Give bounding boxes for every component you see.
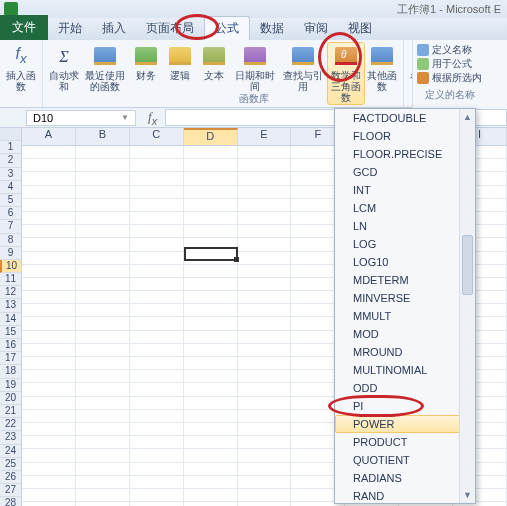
row-header-11[interactable]: 11 [0,273,21,286]
function-item-floor-precise[interactable]: FLOOR.PRECISE [335,145,475,163]
function-item-floor[interactable]: FLOOR [335,127,475,145]
function-item-rand[interactable]: RAND [335,487,475,504]
col-header-B[interactable]: B [76,128,130,145]
names-group-label: 定义的名称 [417,88,482,102]
function-item-mmult[interactable]: MMULT [335,307,475,325]
row-header-3[interactable]: 3 [0,168,21,181]
row-header-12[interactable]: 12 [0,286,21,299]
autosum-button[interactable]: Σ自动求和 [47,42,81,105]
quick-access-toolbar [4,2,18,16]
lookup-button[interactable]: 查找与引用 [279,42,327,105]
row-header-10[interactable]: 10 [0,260,21,273]
excel-icon [4,2,18,16]
function-item-odd[interactable]: ODD [335,379,475,397]
scroll-down-arrow[interactable]: ▼ [460,487,475,503]
function-item-factdouble[interactable]: FACTDOUBLE [335,109,475,127]
ribbon-names-group: 定义名称 用于公式 根据所选内 定义的名称 [412,40,507,108]
scroll-up-arrow[interactable]: ▲ [460,109,475,125]
function-item-mod[interactable]: MOD [335,325,475,343]
row-header-24[interactable]: 24 [0,445,21,458]
row-header-1[interactable]: 1 [0,141,21,154]
grid-icon [417,72,429,84]
function-item-radians[interactable]: RADIANS [335,469,475,487]
tab-page-layout[interactable]: 页面布局 [136,17,204,40]
function-item-multinomial[interactable]: MULTINOMIAL [335,361,475,379]
col-header-A[interactable]: A [22,128,76,145]
row-header-25[interactable]: 25 [0,458,21,471]
row-header-16[interactable]: 16 [0,339,21,352]
function-item-minverse[interactable]: MINVERSE [335,289,475,307]
active-cell[interactable] [184,247,238,261]
row-header-17[interactable]: 17 [0,352,21,365]
chevron-down-icon[interactable]: ▼ [121,113,129,122]
fx-button[interactable]: fx [140,109,165,127]
function-item-int[interactable]: INT [335,181,475,199]
function-item-gcd[interactable]: GCD [335,163,475,181]
fx-icon [417,58,429,70]
ribbon-group-label: 函数库 [239,92,269,106]
row-header-9[interactable]: 9 [0,247,21,260]
financial-button[interactable]: 财务 [129,42,163,105]
function-item-power[interactable]: POWER [335,415,475,433]
row-header-5[interactable]: 5 [0,194,21,207]
tab-formulas[interactable]: 公式 [204,16,250,40]
function-item-log[interactable]: LOG [335,235,475,253]
create-from-selection-button[interactable]: 根据所选内 [417,71,482,85]
tab-view[interactable]: 视图 [338,17,382,40]
tab-review[interactable]: 审阅 [294,17,338,40]
row-header-20[interactable]: 20 [0,392,21,405]
function-item-mround[interactable]: MROUND [335,343,475,361]
row-header-7[interactable]: 7 [0,220,21,233]
row-header-8[interactable]: 8 [0,234,21,247]
row-header-23[interactable]: 23 [0,431,21,444]
window-title: 工作簿1 - Microsoft E [397,2,501,17]
function-item-mdeterm[interactable]: MDETERM [335,271,475,289]
col-header-E[interactable]: E [238,128,292,145]
row-header-13[interactable]: 13 [0,299,21,312]
tab-data[interactable]: 数据 [250,17,294,40]
row-header-26[interactable]: 26 [0,471,21,484]
row-header-22[interactable]: 22 [0,418,21,431]
row-header-27[interactable]: 27 [0,484,21,497]
math-trig-button[interactable]: θ数学和三角函数 [327,42,365,105]
ribbon-tabs: 文件 开始 插入 页面布局 公式 数据 审阅 视图 [0,18,507,40]
function-item-quotient[interactable]: QUOTIENT [335,451,475,469]
define-name-button[interactable]: 定义名称 [417,43,482,57]
use-in-formula-button[interactable]: 用于公式 [417,57,482,71]
row-header-2[interactable]: 2 [0,154,21,167]
dropdown-scrollbar[interactable]: ▲ ▼ [459,109,475,503]
tab-file[interactable]: 文件 [0,15,48,40]
row-header-28[interactable]: 28 [0,497,21,506]
math-function-dropdown: FACTDOUBLEFLOORFLOOR.PRECISEGCDINTLCMLNL… [334,108,476,504]
row-header-15[interactable]: 15 [0,326,21,339]
tab-insert[interactable]: 插入 [92,17,136,40]
row-header-19[interactable]: 19 [0,379,21,392]
recent-function-button[interactable]: 最近使用的函数 [81,42,129,105]
row-headers: 1234567891011121314151617181920212223242… [0,128,22,506]
function-item-ln[interactable]: LN [335,217,475,235]
row-header-21[interactable]: 21 [0,405,21,418]
col-header-D[interactable]: D [184,128,238,145]
scroll-thumb[interactable] [462,235,473,295]
row-header-4[interactable]: 4 [0,181,21,194]
function-item-lcm[interactable]: LCM [335,199,475,217]
tag-icon [417,44,429,56]
tab-home[interactable]: 开始 [48,17,92,40]
more-functions-button[interactable]: 其他函数 [365,42,399,105]
text-button[interactable]: 文本 [197,42,231,105]
function-item-pi[interactable]: PI [335,397,475,415]
function-item-product[interactable]: PRODUCT [335,433,475,451]
logical-button[interactable]: 逻辑 [163,42,197,105]
title-bar: 工作簿1 - Microsoft E [0,0,507,18]
name-box[interactable]: D10▼ [26,110,136,126]
row-header-18[interactable]: 18 [0,365,21,378]
insert-function-button[interactable]: fx插入函数 [4,42,38,92]
select-all-corner[interactable] [0,128,21,141]
function-item-log10[interactable]: LOG10 [335,253,475,271]
row-header-14[interactable]: 14 [0,313,21,326]
col-header-C[interactable]: C [130,128,184,145]
row-header-6[interactable]: 6 [0,207,21,220]
